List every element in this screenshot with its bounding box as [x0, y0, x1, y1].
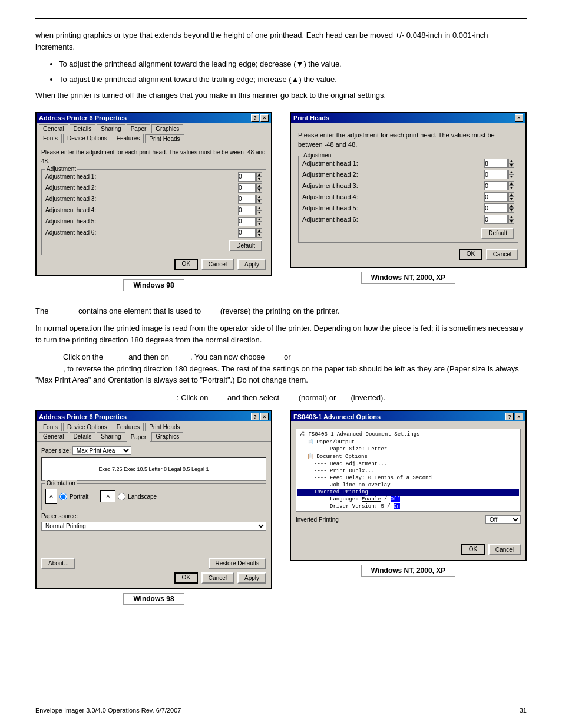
- tab-graphics[interactable]: Graphics: [151, 124, 183, 133]
- inverted-select[interactable]: Off On: [485, 515, 521, 524]
- tab-features[interactable]: Features: [113, 134, 144, 143]
- win98-head2-spinner: ▲ ▼: [256, 183, 262, 193]
- win98-head4-input[interactable]: [238, 206, 256, 215]
- paper-tab-paper[interactable]: Paper: [127, 433, 151, 442]
- win98-head3-up[interactable]: ▲: [256, 195, 262, 199]
- tab-paper[interactable]: Paper: [127, 124, 151, 133]
- nt-head6-input[interactable]: [484, 215, 508, 224]
- nt-head4-up[interactable]: ▲: [508, 192, 514, 197]
- nt-head4-input[interactable]: [484, 192, 508, 202]
- tab-fonts[interactable]: Fonts: [39, 134, 62, 143]
- nt-default-btn[interactable]: Default: [481, 228, 514, 239]
- paper-restore-btn[interactable]: Restore Defaults: [209, 558, 266, 569]
- win98-help-btn[interactable]: ?: [251, 114, 259, 122]
- win98-head5-down[interactable]: ▼: [256, 222, 262, 226]
- paper-about-btn[interactable]: About...: [41, 558, 75, 569]
- win98-head1-input[interactable]: [238, 172, 256, 182]
- win98-ok-btn[interactable]: OK: [174, 259, 198, 270]
- win98-head4-up[interactable]: ▲: [256, 206, 262, 210]
- nt-head1-up[interactable]: ▲: [508, 159, 514, 163]
- tree-feed-delay[interactable]: ---- Feed Delay: 0 Tenths of a Second: [297, 475, 519, 482]
- nt-head5-input[interactable]: [484, 203, 508, 213]
- tree-head-adj[interactable]: ---- Head Adjustment...: [297, 460, 519, 467]
- advanced-cancel-btn[interactable]: Cancel: [488, 544, 521, 555]
- paper-tab-dev[interactable]: Device Options: [63, 423, 111, 431]
- win98-head3-input[interactable]: [238, 195, 256, 204]
- paper-tab-sharing[interactable]: Sharing: [97, 432, 125, 441]
- win98-head2-input[interactable]: [238, 183, 256, 193]
- tab-details[interactable]: Details: [70, 124, 96, 133]
- portrait-radio[interactable]: [59, 493, 67, 500]
- tree-root[interactable]: 🖨 FS0403-1 Advanced Document Settings: [297, 430, 519, 438]
- paper-close-btn[interactable]: ×: [260, 413, 269, 420]
- win98-head5-input[interactable]: [238, 217, 256, 226]
- footer-left: Envelope Imager 3.0/4.0 Operations Rev. …: [35, 707, 181, 714]
- tree-print-duplx[interactable]: ---- Print Duplx...: [297, 467, 519, 475]
- nt-head6-down[interactable]: ▼: [508, 219, 514, 224]
- tab-device-options[interactable]: Device Options: [63, 134, 111, 143]
- paper-size-select[interactable]: Max Print Area: [72, 446, 131, 455]
- nt-head1-input[interactable]: [484, 159, 508, 168]
- win98-default-btn[interactable]: Default: [229, 240, 262, 251]
- advanced-close-btn[interactable]: ×: [515, 413, 523, 420]
- nt-head2-up[interactable]: ▲: [508, 170, 514, 174]
- win98-head1-row: Adjustment head 1: ▲ ▼: [45, 172, 262, 182]
- advanced-help-btn[interactable]: ?: [505, 413, 514, 420]
- win98-head1-down[interactable]: ▼: [256, 177, 262, 182]
- tree-paper-output[interactable]: 📄 Paper/Output: [297, 438, 519, 446]
- paper-ok-btn[interactable]: OK: [174, 572, 198, 584]
- win98-head5-up[interactable]: ▲: [256, 217, 262, 222]
- win98-head6-input[interactable]: [238, 228, 256, 238]
- tree-job-line[interactable]: ---- Job line no overlay: [297, 482, 519, 489]
- landscape-radio[interactable]: [118, 493, 125, 500]
- paper-help-btn[interactable]: ?: [251, 413, 259, 420]
- nt-head3-input[interactable]: [484, 181, 508, 190]
- win98-close-btn[interactable]: ×: [260, 114, 269, 122]
- nt-head3-up[interactable]: ▲: [508, 181, 514, 186]
- paper-tab-heads[interactable]: Print Heads: [145, 423, 184, 431]
- win98-head6-down[interactable]: ▼: [256, 233, 262, 238]
- advanced-dialog-buttons: OK Cancel: [296, 544, 521, 555]
- nt-head5-down[interactable]: ▼: [508, 208, 514, 213]
- paper-tab-fonts[interactable]: Fonts: [39, 423, 62, 431]
- win98-head3-down[interactable]: ▼: [256, 199, 262, 204]
- win98-cancel-btn[interactable]: Cancel: [201, 259, 234, 270]
- nt-head2-spinner: ▲ ▼: [508, 170, 514, 179]
- paper-tab-details[interactable]: Details: [70, 432, 96, 441]
- nt-head5-up[interactable]: ▲: [508, 203, 514, 208]
- tab-print-heads[interactable]: Print Heads: [145, 134, 184, 143]
- tree-driver[interactable]: ---- Driver Version: 5 / On: [297, 503, 519, 510]
- nt-head3-down[interactable]: ▼: [508, 186, 514, 190]
- tab-sharing[interactable]: Sharing: [97, 124, 125, 133]
- tab-general[interactable]: General: [39, 124, 68, 133]
- nt-head2-input[interactable]: [484, 170, 508, 179]
- nt-ok-btn[interactable]: OK: [459, 249, 482, 260]
- tree-paper-size[interactable]: ---- Paper Size: Letter: [297, 446, 519, 453]
- tree-language[interactable]: ---- Language: Enable / Off: [297, 496, 519, 503]
- tree-inverted[interactable]: Inverted Printing: [297, 489, 519, 496]
- paper-apply-btn[interactable]: Apply: [237, 572, 266, 584]
- win98-apply-btn[interactable]: Apply: [237, 259, 266, 270]
- paper-cancel-btn[interactable]: Cancel: [201, 572, 234, 584]
- paper-source-select[interactable]: Normal Printing: [41, 522, 266, 531]
- win98-head2-down[interactable]: ▼: [256, 188, 262, 193]
- nt-dialog: Print Heads × Please enter the adjustmen…: [290, 112, 527, 268]
- paper-tab-graphics[interactable]: Graphics: [151, 432, 183, 441]
- paper-tab-feat[interactable]: Features: [113, 423, 144, 431]
- nt-head1-down[interactable]: ▼: [508, 163, 514, 168]
- win98-head1-up[interactable]: ▲: [256, 172, 262, 177]
- nt-head2-down[interactable]: ▼: [508, 174, 514, 179]
- screenshots-row-1: Address Printer 6 Properties ? × General…: [35, 112, 527, 291]
- nt-head4-down[interactable]: ▼: [508, 197, 514, 202]
- footer-right: 31: [520, 707, 527, 714]
- nt-close-btn[interactable]: ×: [515, 114, 523, 122]
- win98-body: Please enter the adjustment for each pri…: [37, 143, 271, 275]
- nt-head6-up[interactable]: ▲: [508, 215, 514, 219]
- win98-head4-down[interactable]: ▼: [256, 210, 262, 215]
- nt-cancel-btn[interactable]: Cancel: [486, 249, 518, 260]
- win98-head2-up[interactable]: ▲: [256, 183, 262, 188]
- tree-doc-options[interactable]: 📋 Document Options: [297, 453, 519, 460]
- win98-head6-up[interactable]: ▲: [256, 228, 262, 233]
- paper-tab-general[interactable]: General: [39, 432, 68, 441]
- advanced-ok-btn[interactable]: OK: [461, 544, 485, 555]
